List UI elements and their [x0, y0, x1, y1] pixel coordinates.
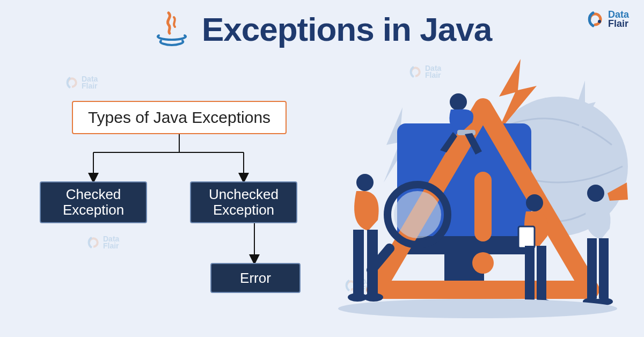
logo-text: Data Flair: [608, 10, 629, 28]
root-node: Types of Java Exceptions: [72, 101, 287, 134]
svg-point-29: [587, 185, 604, 202]
svg-rect-26: [537, 246, 546, 299]
svg-rect-11: [474, 172, 492, 241]
svg-point-16: [450, 93, 467, 111]
svg-point-12: [472, 252, 494, 274]
svg-rect-30: [587, 238, 597, 298]
unchecked-exception-node: Unchecked Exception: [190, 181, 297, 223]
page-title: Exceptions in Java: [202, 10, 492, 48]
error-node: Error: [210, 263, 301, 293]
svg-rect-19: [353, 230, 364, 294]
warning-illustration: [322, 59, 633, 333]
svg-rect-24: [518, 226, 535, 248]
header: Exceptions in Java: [0, 10, 644, 48]
logo-icon: [586, 10, 605, 29]
svg-point-18: [356, 174, 374, 191]
watermark: DataFlair: [64, 75, 98, 90]
svg-rect-25: [525, 246, 535, 299]
svg-point-22: [364, 293, 383, 302]
svg-rect-20: [367, 230, 378, 294]
svg-point-0: [598, 20, 601, 23]
svg-point-34: [338, 299, 617, 318]
checked-exception-node: Checked Exception: [40, 181, 147, 223]
svg-point-14: [394, 191, 441, 238]
brand-logo: Data Flair: [586, 10, 629, 29]
logo-text-flair: Flair: [608, 19, 629, 28]
svg-rect-31: [599, 238, 609, 298]
java-icon: [152, 10, 191, 48]
svg-point-23: [526, 194, 543, 211]
